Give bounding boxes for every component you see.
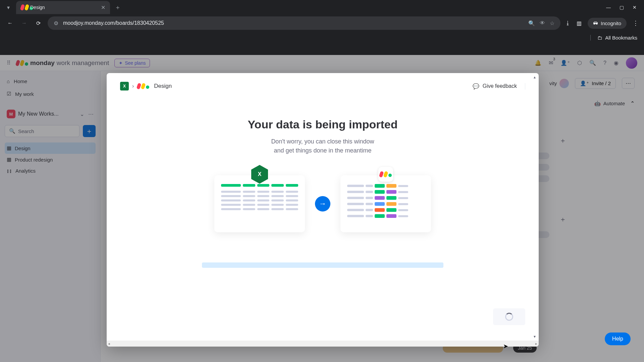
all-bookmarks-button[interactable]: 🗀 All Bookmarks xyxy=(590,35,637,41)
activity-avatar xyxy=(559,79,569,88)
browser-tab-active[interactable]: Design ✕ xyxy=(16,1,110,14)
add-column-icon[interactable]: ＋ xyxy=(559,215,566,224)
board-label: Design xyxy=(15,145,31,151)
dashboard-icon: ⫿⫿ xyxy=(7,168,12,174)
forward-button[interactable]: → xyxy=(19,18,29,28)
incognito-icon: 🕶 xyxy=(593,20,598,26)
scroll-right-arrow[interactable]: ▸ xyxy=(535,342,537,346)
see-plans-label: See plans xyxy=(125,60,146,66)
monday-logo-icon xyxy=(378,167,393,182)
scroll-down-arrow[interactable]: ▾ xyxy=(532,334,537,339)
spinner-icon xyxy=(505,313,513,321)
new-tab-button[interactable]: ＋ xyxy=(113,3,123,11)
inbox-badge: 3 xyxy=(553,57,555,61)
excel-icon: X xyxy=(120,82,129,90)
board-item-product-redesign[interactable]: ▦ Product redesign xyxy=(5,154,96,165)
invite-members-icon[interactable]: 👤⁺ xyxy=(560,60,570,66)
products-switcher-icon[interactable]: ◉ xyxy=(614,60,619,66)
home-icon: ⌂ xyxy=(7,78,10,84)
activity-label: vity xyxy=(549,80,557,86)
monday-badge xyxy=(377,165,395,183)
sidebar-my-work[interactable]: ☑ My work xyxy=(5,88,96,100)
close-window-icon[interactable]: ✕ xyxy=(633,5,637,10)
url-input[interactable]: ⚙ moodjoy.monday.com/boards/1830420525 🔍… xyxy=(48,16,560,30)
add-item-button[interactable]: ＋ xyxy=(83,125,96,137)
bookmark-star-icon[interactable]: ☆ xyxy=(550,20,554,26)
maximize-icon[interactable]: ▢ xyxy=(620,5,624,10)
inbox-icon[interactable]: ✉3 xyxy=(549,60,553,66)
automate-icon: 🤖 xyxy=(594,101,601,107)
scroll-left-arrow[interactable]: ◂ xyxy=(108,342,110,346)
invite-button[interactable]: 👤⁺ Invite / 2 xyxy=(575,78,616,89)
sidebar-search-input[interactable]: 🔍 Search xyxy=(5,125,79,137)
monday-target-card xyxy=(340,175,431,232)
chevron-down-icon[interactable]: ⌄ xyxy=(80,111,84,117)
apps-grid-icon[interactable]: ⠿ xyxy=(7,60,11,66)
workspace-menu-icon[interactable]: ⋯ xyxy=(88,111,94,117)
import-progress-bar xyxy=(202,262,443,268)
modal-content: X › Design 💬 Give feedback Your data is … xyxy=(107,73,539,341)
toolbar-right: ⭳ ▥ 🕶 Incognito ⋮ xyxy=(565,18,639,29)
modal-header: X › Design 💬 Give feedback xyxy=(120,82,525,90)
collapse-icon[interactable]: ⌃ xyxy=(630,100,635,107)
workspace-badge-icon: M xyxy=(7,110,15,118)
zoom-icon[interactable]: 🔍 xyxy=(528,20,535,26)
excel-source-card: X xyxy=(214,175,305,232)
brand-light: work management xyxy=(57,59,109,67)
url-text: moodjoy.monday.com/boards/1830420525 xyxy=(63,20,524,26)
workspace-name: My New Works... xyxy=(18,111,77,117)
sidebar-search-placeholder: Search xyxy=(18,128,34,134)
notifications-icon[interactable]: 🔔 xyxy=(535,60,541,66)
incognito-indicator[interactable]: 🕶 Incognito xyxy=(588,18,627,29)
board-label: Product redesign xyxy=(15,157,53,163)
modal-subtitle: Don't worry, you can close this window a… xyxy=(120,137,525,155)
apps-marketplace-icon[interactable]: ⬡ xyxy=(577,60,582,66)
automate-label: Automate xyxy=(603,101,625,106)
board-item-analytics[interactable]: ⫿⫿ Analytics xyxy=(5,165,96,176)
header-right-icons: 🔔 ✉3 👤⁺ ⬡ 🔍 ? ◉ xyxy=(535,57,637,69)
brand-bold: monday xyxy=(30,59,55,67)
monday-logo-icon xyxy=(16,60,28,66)
see-plans-button[interactable]: ✦ See plans xyxy=(114,59,150,67)
import-illustration: X → xyxy=(120,175,525,232)
downloads-icon[interactable]: ⭳ xyxy=(565,20,571,26)
board-more-menu[interactable]: ⋯ xyxy=(622,78,635,89)
give-feedback-button[interactable]: 💬 Give feedback xyxy=(473,83,525,89)
excel-badge-letter: X xyxy=(258,171,262,177)
help-label: Help xyxy=(612,336,623,342)
back-button[interactable]: ← xyxy=(5,18,15,28)
add-column-icon[interactable]: ＋ xyxy=(559,136,566,145)
eye-off-icon[interactable]: 👁 xyxy=(540,20,545,26)
close-tab-icon[interactable]: ✕ xyxy=(101,4,105,11)
board-item-design[interactable]: ▦ Design xyxy=(5,142,96,154)
all-bookmarks-label: All Bookmarks xyxy=(605,35,637,41)
board-list: ▦ Design ▦ Product redesign ⫿⫿ Analytics xyxy=(5,142,96,176)
search-everything-icon[interactable]: 🔍 xyxy=(589,60,596,66)
workspace-selector[interactable]: M My New Works... ⌄ ⋯ xyxy=(5,108,96,120)
help-button[interactable]: Help xyxy=(605,333,631,345)
browser-menu-icon[interactable]: ⋮ xyxy=(633,19,639,27)
help-icon[interactable]: ? xyxy=(603,60,606,66)
sidebar-home[interactable]: ⌂ Home xyxy=(5,76,96,87)
breadcrumb-separator-icon: › xyxy=(132,83,134,89)
monday-rows-graphic xyxy=(347,184,424,218)
invite-icon: 👤⁺ xyxy=(580,80,589,86)
side-panel-icon[interactable]: ▥ xyxy=(577,20,582,26)
monday-logo-icon xyxy=(137,83,149,89)
site-settings-icon[interactable]: ⚙ xyxy=(54,20,58,26)
sidebar: ⌂ Home ☑ My work M My New Works... ⌄ ⋯ 🔍… xyxy=(0,71,101,362)
import-modal: ▴ X › Design 💬 Give feedback Your data i… xyxy=(107,73,539,347)
excel-hexagon-icon: X xyxy=(251,165,268,184)
automate-button[interactable]: 🤖 Automate xyxy=(594,101,625,107)
reload-button[interactable]: ⟳ xyxy=(34,18,43,28)
minimize-icon[interactable]: — xyxy=(606,5,611,10)
sidebar-home-label: Home xyxy=(14,78,27,84)
tab-title: Design xyxy=(30,5,45,10)
tab-search-dropdown[interactable]: ▾ xyxy=(3,2,13,12)
modal-horizontal-scrollbar[interactable]: ◂ ▸ xyxy=(107,341,539,347)
sidebar-my-work-label: My work xyxy=(15,91,34,97)
modal-subtitle-line2: and get things done in the meantime xyxy=(274,147,371,154)
user-avatar[interactable] xyxy=(626,57,637,69)
brand-logo[interactable]: monday work management xyxy=(16,59,109,67)
activity-button[interactable]: vity xyxy=(549,79,569,88)
